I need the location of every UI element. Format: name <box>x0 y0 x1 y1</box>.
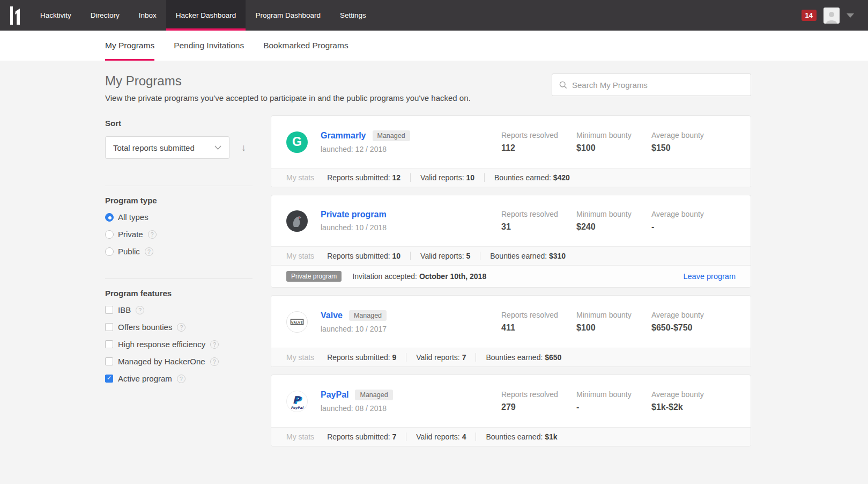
average-bounty-label: Average bounty <box>651 210 736 218</box>
user-avatar[interactable] <box>824 8 840 24</box>
checkbox-high-response-efficiency[interactable]: High response efficiency ? <box>105 340 253 349</box>
checkbox-active-program[interactable]: Active program ? <box>105 374 253 383</box>
checkbox-icon[interactable] <box>105 357 113 365</box>
program-name-link[interactable]: Valve <box>321 311 343 320</box>
program-list: G Grammarly Managed launched: 12 / 2018 … <box>271 115 751 454</box>
radio-public[interactable]: Public ? <box>105 247 253 256</box>
filters-sidebar: Sort Total reports submitted ↓ Program t… <box>105 115 253 391</box>
nav-item-settings[interactable]: Settings <box>330 0 376 31</box>
minimum-bounty-value: - <box>576 402 651 412</box>
tab-my-programs[interactable]: My Programs <box>105 31 154 61</box>
my-stats-label: My stats <box>286 252 314 260</box>
program-name-link[interactable]: PayPal <box>321 390 348 400</box>
valid-reports-stat: Valid reports: 5 <box>420 252 470 260</box>
managed-badge: Managed <box>373 130 410 141</box>
minimum-bounty-label: Minimum bounty <box>576 210 651 218</box>
help-icon[interactable]: ? <box>136 306 144 314</box>
nav-item-inbox[interactable]: Inbox <box>129 0 166 31</box>
reports-resolved-value: 31 <box>501 222 576 232</box>
checkbox-managed-by-hackerone[interactable]: Managed by HackerOne ? <box>105 357 253 366</box>
nav-right-cluster: 14 <box>802 0 868 31</box>
average-bounty-label: Average bounty <box>651 390 736 399</box>
program-features-heading: Program features <box>105 289 253 298</box>
reports-submitted-stat: Reports submitted: 7 <box>327 432 396 441</box>
nav-item-hacker-dashboard[interactable]: Hacker Dashboard <box>166 0 246 31</box>
average-bounty-value: $150 <box>651 143 736 153</box>
sidebar-divider <box>105 186 253 186</box>
sort-direction-button[interactable]: ↓ <box>241 142 246 153</box>
my-stats-label: My stats <box>286 353 314 362</box>
minimum-bounty-label: Minimum bounty <box>576 311 651 319</box>
program-name-link[interactable]: Grammarly <box>321 131 366 141</box>
search-input[interactable] <box>572 80 744 90</box>
leave-program-link[interactable]: Leave program <box>683 272 736 281</box>
valid-reports-stat: Valid reports: 4 <box>416 432 466 441</box>
top-nav: Hacktivity Directory Inbox Hacker Dashbo… <box>0 0 868 31</box>
private-program-badge: Private program <box>286 271 342 282</box>
help-icon[interactable]: ? <box>145 247 153 256</box>
radio-label: Public <box>118 247 140 256</box>
managed-badge: Managed <box>349 310 387 321</box>
checkbox-offers-bounties[interactable]: Offers bounties ? <box>105 322 253 332</box>
radio-icon[interactable] <box>105 247 114 256</box>
program-launched: launched: 08 / 2018 <box>321 404 393 413</box>
bounties-earned-stat: Bounties earned: $420 <box>494 173 570 182</box>
my-stats-label: My stats <box>286 432 314 441</box>
average-bounty-label: Average bounty <box>651 131 736 140</box>
h1-logo-icon <box>10 6 21 25</box>
help-icon[interactable]: ? <box>148 230 157 239</box>
person-icon <box>825 10 839 24</box>
radio-all-types[interactable]: All types <box>105 212 253 222</box>
average-bounty-value: - <box>651 222 736 232</box>
sort-heading: Sort <box>105 119 253 128</box>
hackerone-logo[interactable] <box>0 0 31 31</box>
account-menu-caret-icon[interactable] <box>847 13 854 18</box>
stat-separator <box>410 173 411 182</box>
private-program-logo-icon[interactable] <box>286 210 308 232</box>
minimum-bounty-label: Minimum bounty <box>576 131 651 140</box>
checkbox-label: Active program <box>118 374 172 383</box>
radio-private[interactable]: Private ? <box>105 230 253 239</box>
page-title-block: My Programs View the private programs yo… <box>105 74 471 102</box>
sidebar-divider <box>105 278 253 279</box>
stat-separator <box>484 173 485 182</box>
program-name-link[interactable]: Private program <box>321 210 387 219</box>
minimum-bounty-value: $240 <box>576 222 651 232</box>
tab-bookmarked-programs[interactable]: Bookmarked Programs <box>263 31 348 61</box>
paypal-logo-icon[interactable]: P P PayPal <box>286 391 308 412</box>
grammarly-logo-icon[interactable]: G <box>286 131 308 153</box>
radio-icon[interactable] <box>105 213 114 222</box>
page-description: View the private programs you've accepte… <box>105 93 471 102</box>
program-type-heading: Program type <box>105 196 253 205</box>
nav-item-program-dashboard[interactable]: Program Dashboard <box>246 0 330 31</box>
nav-item-hacktivity[interactable]: Hacktivity <box>31 0 81 31</box>
program-launched: launched: 10 / 2017 <box>321 325 387 333</box>
help-icon[interactable]: ? <box>177 375 186 383</box>
help-icon[interactable]: ? <box>210 357 219 366</box>
tab-pending-invitations[interactable]: Pending Invitations <box>174 31 244 61</box>
reports-resolved-label: Reports resolved <box>501 390 576 399</box>
chevron-down-icon <box>214 145 221 150</box>
checkbox-icon[interactable] <box>105 323 113 331</box>
help-icon[interactable]: ? <box>177 323 186 332</box>
checkbox-icon[interactable] <box>105 375 113 383</box>
stat-separator <box>480 252 480 260</box>
reports-resolved-value: 112 <box>501 143 576 153</box>
svg-text:PayPal: PayPal <box>291 405 303 409</box>
checkbox-ibb[interactable]: IBB ? <box>105 305 253 314</box>
managed-badge: Managed <box>355 390 392 400</box>
notification-count-badge[interactable]: 14 <box>802 10 817 21</box>
nav-item-directory[interactable]: Directory <box>81 0 129 31</box>
checkbox-icon[interactable] <box>105 340 113 348</box>
minimum-bounty-label: Minimum bounty <box>576 390 651 399</box>
help-icon[interactable]: ? <box>210 340 219 349</box>
checkbox-icon[interactable] <box>105 306 113 314</box>
svg-text:VALVE: VALVE <box>291 320 303 324</box>
search-icon <box>559 81 567 89</box>
sort-select[interactable]: Total reports submitted <box>105 136 229 159</box>
checkbox-label: IBB <box>118 305 131 314</box>
valve-logo-icon[interactable]: VALVE <box>286 311 308 333</box>
program-card-grammarly: G Grammarly Managed launched: 12 / 2018 … <box>271 115 751 187</box>
radio-icon[interactable] <box>105 230 114 239</box>
search-box <box>552 74 751 96</box>
